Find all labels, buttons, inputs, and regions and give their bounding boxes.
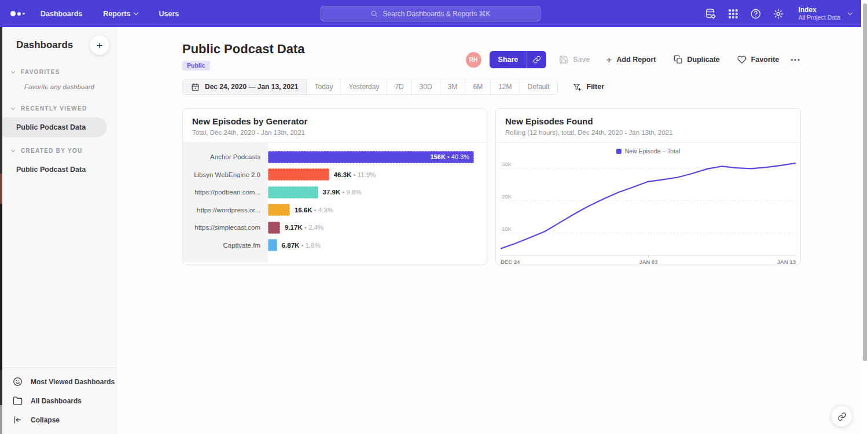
add-report-button[interactable]: + Add Report xyxy=(606,55,656,65)
bar-area: 16.6K • 4.3% xyxy=(268,201,487,219)
help-icon[interactable] xyxy=(750,8,762,20)
bar-segment[interactable] xyxy=(268,222,280,234)
line-chart-plot: 10K20K30K xyxy=(501,159,796,256)
date-preset-7d[interactable]: 7D xyxy=(387,79,411,94)
bar-chart-row: https://wordpress.or...16.6K • 4.3% xyxy=(183,201,487,219)
bar-area: 46.3K • 11.9% xyxy=(268,166,487,184)
bar-chart-row: https://simplecast.com9.17K • 2.4% xyxy=(183,219,487,237)
bar-segment[interactable] xyxy=(268,168,329,181)
line-chart-body: New Episode – Total 10K20K30K DEC 24JAN … xyxy=(496,143,800,265)
calendar-icon xyxy=(191,83,200,91)
nav-item-users[interactable]: Users xyxy=(159,10,179,18)
date-preset-12m[interactable]: 12M xyxy=(491,79,520,94)
sidebar-section-label: RECENTLY VIEWED xyxy=(21,105,87,112)
bar-category-label: https://simplecast.com xyxy=(183,224,268,231)
link-icon xyxy=(837,412,847,421)
bar-chart-subtitle: Total, Dec 24th, 2020 - Jan 13th, 2021 xyxy=(192,129,477,136)
bar-chart-row: Captivate.fm6.87K • 1.8% xyxy=(183,237,487,255)
folder-icon xyxy=(13,396,23,406)
sidebar-footer-collapse[interactable]: Collapse xyxy=(2,410,116,429)
floating-link-button[interactable] xyxy=(831,406,852,427)
apps-grid-icon[interactable] xyxy=(727,8,739,20)
sidebar-section-header[interactable]: FAVORITES xyxy=(2,63,116,80)
save-button[interactable]: Save xyxy=(559,55,590,64)
sidebar-footer-all-dashboards[interactable]: All Dashboards xyxy=(2,391,116,410)
sidebar-section-header[interactable]: CREATED BY YOU xyxy=(2,142,116,159)
date-preset-30d[interactable]: 30D xyxy=(412,79,440,94)
date-toolbar: Dec 24, 2020 — Jan 13, 2021 TodayYesterd… xyxy=(182,79,604,95)
line-chart-title: New Episodes Found xyxy=(505,116,791,126)
sidebar-item-public-podcast-data[interactable]: Public Podcast Data xyxy=(2,160,107,179)
search-bar[interactable]: Search Dashboards & Reports ⌘K xyxy=(321,6,540,21)
chevron-down-icon xyxy=(848,10,852,15)
x-tick-label: DEC 24 xyxy=(501,259,520,265)
bar-chart-rows: Anchor Podcasts156K • 40.3%Libsyn WebEng… xyxy=(183,148,487,254)
sidebar-footer-most-viewed-dashboards[interactable]: Most Viewed Dashboards xyxy=(2,372,116,391)
add-dashboard-button[interactable]: + xyxy=(90,35,109,55)
bar-chart-row: Anchor Podcasts156K • 40.3% xyxy=(183,148,487,166)
nav-icon-group xyxy=(705,8,784,20)
sidebar-sections: FAVORITESFavorite any dashboardRECENTLY … xyxy=(2,63,116,179)
bar-segment[interactable]: 156K • 40.3% xyxy=(268,151,474,163)
favorite-button[interactable]: Favorite xyxy=(737,55,779,64)
legend-swatch xyxy=(616,149,621,154)
bar-area: 6.87K • 1.8% xyxy=(268,237,487,255)
date-preset-default[interactable]: Default xyxy=(520,79,557,94)
sidebar-empty-text: Favorite any dashboard xyxy=(2,80,116,95)
nav-item-dashboards[interactable]: Dashboards xyxy=(41,10,82,18)
sidebar-section-created-by-you: CREATED BY YOUPublic Podcast Data xyxy=(2,142,116,179)
bar-value-label: 16.6K • 4.3% xyxy=(295,207,333,214)
plus-icon: + xyxy=(606,55,612,65)
bar-chart-row: Libsyn WebEngine 2.046.3K • 11.9% xyxy=(183,166,487,184)
date-preset-3m[interactable]: 3M xyxy=(440,79,466,94)
scrollbar[interactable] xyxy=(861,0,868,434)
bar-segment[interactable] xyxy=(268,186,318,198)
date-range-group: Dec 24, 2020 — Jan 13, 2021 TodayYesterd… xyxy=(182,79,558,95)
top-nav: DashboardsReportsUsers Search Dashboards… xyxy=(0,0,861,27)
duplicate-button[interactable]: Duplicate xyxy=(674,55,720,64)
legend-label: New Episode – Total xyxy=(625,148,681,155)
sidebar: Dashboards + FAVORITESFavorite any dashb… xyxy=(2,27,117,434)
line-series[interactable] xyxy=(501,163,796,249)
share-link-segment[interactable] xyxy=(527,51,546,68)
y-tick-label: 10K xyxy=(502,226,512,232)
nav-item-reports[interactable]: Reports xyxy=(103,10,138,18)
more-menu-button[interactable]: ••• xyxy=(790,56,801,63)
nav-items: DashboardsReportsUsers xyxy=(41,10,179,18)
project-subtitle: All Project Data xyxy=(799,14,840,21)
date-preset-today[interactable]: Today xyxy=(307,79,341,94)
date-preset-6m[interactable]: 6M xyxy=(465,79,491,94)
date-presets: TodayYesterday7D30D3M6M12MDefault xyxy=(307,79,557,94)
sidebar-item-public-podcast-data[interactable]: Public Podcast Data xyxy=(2,117,107,137)
sidebar-section-recently-viewed: RECENTLY VIEWEDPublic Podcast Data xyxy=(2,100,116,137)
share-button[interactable]: Share xyxy=(490,51,547,68)
x-tick-label: JAN 03 xyxy=(639,259,657,265)
sidebar-footer-label: Most Viewed Dashboards xyxy=(31,378,115,386)
bar-area: 156K • 40.3% xyxy=(268,148,487,166)
bar-value-label: 156K • 40.3% xyxy=(431,153,473,160)
avatar[interactable]: RH xyxy=(466,52,481,68)
data-management-icon[interactable] xyxy=(705,8,716,20)
nav-right-cluster: Index All Project Data xyxy=(705,0,852,27)
bar-segment[interactable] xyxy=(268,239,277,251)
nav-item-label: Reports xyxy=(103,10,130,18)
date-range-picker[interactable]: Dec 24, 2020 — Jan 13, 2021 xyxy=(183,79,307,94)
nav-item-label: Users xyxy=(159,10,179,18)
save-icon xyxy=(559,55,568,64)
project-switcher[interactable]: Index All Project Data xyxy=(799,6,852,21)
bar-segment[interactable] xyxy=(268,204,290,216)
date-preset-yesterday[interactable]: Yesterday xyxy=(341,79,387,94)
settings-gear-icon[interactable] xyxy=(773,8,784,20)
scrollbar-thumb[interactable] xyxy=(863,3,867,361)
date-range-label: Dec 24, 2020 — Jan 13, 2021 xyxy=(205,83,298,91)
bar-chart-card: New Episodes by Generator Total, Dec 24t… xyxy=(182,108,487,265)
bar-chart-row: https://podbean.com...37.9K • 9.8% xyxy=(183,183,487,201)
bar-category-label: Libsyn WebEngine 2.0 xyxy=(183,171,268,178)
bar-category-label: https://wordpress.or... xyxy=(183,207,268,214)
app-logo-icon[interactable] xyxy=(10,11,28,16)
filter-button[interactable]: Filter xyxy=(573,83,605,91)
collapse-icon xyxy=(13,415,23,425)
visibility-badge: Public xyxy=(182,61,210,71)
sidebar-section-header[interactable]: RECENTLY VIEWED xyxy=(2,100,116,116)
x-axis-labels: DEC 24JAN 03JAN 13 xyxy=(501,259,796,265)
